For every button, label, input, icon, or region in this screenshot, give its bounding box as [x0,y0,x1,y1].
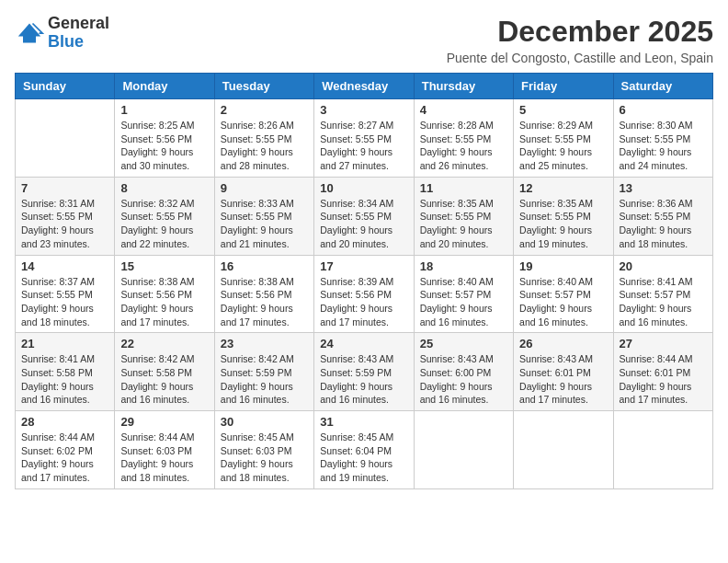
day-info: Sunrise: 8:37 AMSunset: 5:55 PMDaylight:… [21,275,108,329]
day-number: 15 [120,259,208,273]
day-info: Sunrise: 8:42 AMSunset: 5:59 PMDaylight:… [221,352,308,407]
day-info: Sunrise: 8:44 AMSunset: 6:03 PMDaylight:… [120,431,208,485]
month-title: December 2025 [447,15,713,49]
day-info: Sunrise: 8:42 AMSunset: 5:58 PMDaylight:… [120,352,208,407]
day-info: Sunrise: 8:32 AMSunset: 5:55 PMDaylight:… [120,197,208,251]
calendar-cell: 2Sunrise: 8:26 AMSunset: 5:55 PMDaylight… [214,99,313,178]
logo: GeneralBlue [15,15,109,52]
calendar-cell [613,411,712,489]
calendar-cell [16,99,115,178]
calendar-cell: 4Sunrise: 8:28 AMSunset: 5:55 PMDaylight… [414,99,513,178]
calendar-header-row: SundayMondayTuesdayWednesdayThursdayFrid… [16,74,713,99]
location-title: Puente del Congosto, Castille and Leon, … [447,51,713,65]
calendar-week-1: 1Sunrise: 8:25 AMSunset: 5:56 PMDaylight… [16,99,713,178]
day-info: Sunrise: 8:35 AMSunset: 5:55 PMDaylight:… [519,197,607,251]
calendar-cell: 17Sunrise: 8:39 AMSunset: 5:56 PMDayligh… [314,255,414,333]
day-info: Sunrise: 8:30 AMSunset: 5:55 PMDaylight:… [620,119,707,173]
calendar-week-4: 21Sunrise: 8:41 AMSunset: 5:58 PMDayligh… [16,333,713,411]
calendar-cell: 21Sunrise: 8:41 AMSunset: 5:58 PMDayligh… [16,333,115,411]
day-info: Sunrise: 8:35 AMSunset: 5:55 PMDaylight:… [420,197,507,251]
day-info: Sunrise: 8:29 AMSunset: 5:55 PMDaylight:… [519,119,607,173]
day-number: 3 [320,103,407,117]
day-number: 10 [320,181,407,195]
day-number: 1 [120,103,208,117]
day-info: Sunrise: 8:39 AMSunset: 5:56 PMDaylight:… [320,275,407,329]
day-info: Sunrise: 8:45 AMSunset: 6:03 PMDaylight:… [221,431,308,485]
column-header-friday: Friday [514,74,613,99]
day-info: Sunrise: 8:28 AMSunset: 5:55 PMDaylight:… [420,119,507,173]
calendar-cell: 13Sunrise: 8:36 AMSunset: 5:55 PMDayligh… [613,177,712,255]
calendar-cell [514,411,613,489]
calendar-cell: 9Sunrise: 8:33 AMSunset: 5:55 PMDaylight… [214,177,313,255]
logo-text: GeneralBlue [48,15,109,52]
calendar-cell: 30Sunrise: 8:45 AMSunset: 6:03 PMDayligh… [214,411,313,489]
day-number: 11 [420,181,507,195]
day-info: Sunrise: 8:43 AMSunset: 5:59 PMDaylight:… [320,352,407,407]
calendar-cell: 14Sunrise: 8:37 AMSunset: 5:55 PMDayligh… [16,255,115,333]
calendar-cell: 8Sunrise: 8:32 AMSunset: 5:55 PMDaylight… [115,177,214,255]
calendar-cell: 31Sunrise: 8:45 AMSunset: 6:04 PMDayligh… [314,411,414,489]
day-info: Sunrise: 8:38 AMSunset: 5:56 PMDaylight:… [221,275,308,329]
day-number: 19 [519,259,607,273]
day-info: Sunrise: 8:26 AMSunset: 5:55 PMDaylight:… [221,119,308,173]
day-number: 14 [21,259,108,273]
day-number: 9 [221,181,308,195]
column-header-thursday: Thursday [414,74,513,99]
calendar-cell: 26Sunrise: 8:43 AMSunset: 6:01 PMDayligh… [514,333,613,411]
day-info: Sunrise: 8:27 AMSunset: 5:55 PMDaylight:… [320,119,407,173]
logo-icon [15,20,44,46]
calendar-cell: 15Sunrise: 8:38 AMSunset: 5:56 PMDayligh… [115,255,214,333]
calendar-cell: 28Sunrise: 8:44 AMSunset: 6:02 PMDayligh… [16,411,115,489]
day-info: Sunrise: 8:31 AMSunset: 5:55 PMDaylight:… [21,197,108,251]
column-header-monday: Monday [115,74,214,99]
calendar-cell: 16Sunrise: 8:38 AMSunset: 5:56 PMDayligh… [214,255,313,333]
calendar-cell: 22Sunrise: 8:42 AMSunset: 5:58 PMDayligh… [115,333,214,411]
calendar-cell: 23Sunrise: 8:42 AMSunset: 5:59 PMDayligh… [214,333,313,411]
day-info: Sunrise: 8:34 AMSunset: 5:55 PMDaylight:… [320,197,407,251]
day-info: Sunrise: 8:25 AMSunset: 5:56 PMDaylight:… [120,119,208,173]
day-info: Sunrise: 8:41 AMSunset: 5:58 PMDaylight:… [21,352,108,407]
day-number: 27 [620,337,707,350]
day-number: 17 [320,259,407,273]
column-header-tuesday: Tuesday [214,74,313,99]
day-number: 31 [320,415,407,429]
day-info: Sunrise: 8:43 AMSunset: 6:00 PMDaylight:… [420,352,507,407]
day-number: 25 [420,337,507,350]
day-number: 7 [21,181,108,195]
day-info: Sunrise: 8:45 AMSunset: 6:04 PMDaylight:… [320,431,407,485]
column-header-sunday: Sunday [16,74,115,99]
day-number: 23 [221,337,308,350]
day-number: 13 [620,181,707,195]
calendar-cell: 5Sunrise: 8:29 AMSunset: 5:55 PMDaylight… [514,99,613,178]
calendar-table: SundayMondayTuesdayWednesdayThursdayFrid… [15,73,713,489]
day-number: 8 [120,181,208,195]
calendar-cell: 10Sunrise: 8:34 AMSunset: 5:55 PMDayligh… [314,177,414,255]
calendar-cell: 6Sunrise: 8:30 AMSunset: 5:55 PMDaylight… [613,99,712,178]
day-info: Sunrise: 8:38 AMSunset: 5:56 PMDaylight:… [120,275,208,329]
day-number: 12 [519,181,607,195]
calendar-week-2: 7Sunrise: 8:31 AMSunset: 5:55 PMDaylight… [16,177,713,255]
day-number: 16 [221,259,308,273]
day-number: 24 [320,337,407,350]
calendar-cell: 29Sunrise: 8:44 AMSunset: 6:03 PMDayligh… [115,411,214,489]
day-number: 6 [620,103,707,117]
day-number: 2 [221,103,308,117]
calendar-cell: 25Sunrise: 8:43 AMSunset: 6:00 PMDayligh… [414,333,513,411]
day-number: 28 [21,415,108,429]
day-info: Sunrise: 8:44 AMSunset: 6:02 PMDaylight:… [21,431,108,485]
day-number: 5 [519,103,607,117]
calendar-cell: 27Sunrise: 8:44 AMSunset: 6:01 PMDayligh… [613,333,712,411]
day-number: 26 [519,337,607,350]
day-number: 29 [120,415,208,429]
day-number: 4 [420,103,507,117]
calendar-cell [414,411,513,489]
calendar-cell: 18Sunrise: 8:40 AMSunset: 5:57 PMDayligh… [414,255,513,333]
day-info: Sunrise: 8:36 AMSunset: 5:55 PMDaylight:… [620,197,707,251]
calendar-week-3: 14Sunrise: 8:37 AMSunset: 5:55 PMDayligh… [16,255,713,333]
calendar-cell: 11Sunrise: 8:35 AMSunset: 5:55 PMDayligh… [414,177,513,255]
calendar-cell: 12Sunrise: 8:35 AMSunset: 5:55 PMDayligh… [514,177,613,255]
calendar-cell: 1Sunrise: 8:25 AMSunset: 5:56 PMDaylight… [115,99,214,178]
day-info: Sunrise: 8:44 AMSunset: 6:01 PMDaylight:… [620,352,707,407]
calendar-cell: 20Sunrise: 8:41 AMSunset: 5:57 PMDayligh… [613,255,712,333]
page-header: GeneralBlue December 2025 Puente del Con… [15,15,713,65]
